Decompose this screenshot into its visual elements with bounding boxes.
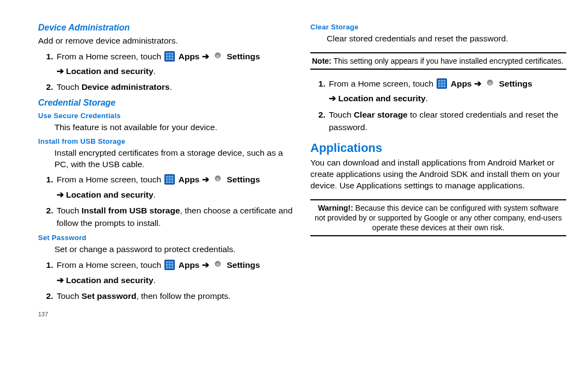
right-column: Clear Storage Clear stored credentials a… (310, 23, 566, 317)
apps-icon (164, 174, 175, 188)
device-admin-step1: From a Home screen, touch Apps ➔ Setting… (56, 50, 294, 78)
manual-page: Device Administration Add or remove devi… (0, 0, 588, 328)
setpw-body: Set or change a password to protect cred… (54, 244, 294, 255)
gear-icon (212, 51, 223, 65)
warning-box: Warning!: Because this device can be con… (310, 199, 566, 237)
clear-step2: Touch Clear storage to clear stored cred… (328, 108, 566, 134)
note-box: Note: This setting only appears if you h… (310, 52, 566, 70)
left-column: Device Administration Add or remove devi… (38, 23, 294, 317)
device-admin-step2: Touch Device administrators. (56, 81, 294, 93)
apps-icon (437, 78, 447, 92)
page-number: 137 (38, 311, 294, 317)
heading-applications: Applications (310, 141, 566, 155)
subheading-install-usb: Install from USB Storage (38, 137, 294, 145)
heading-credential-storage: Credential Storage (38, 98, 294, 108)
device-admin-intro: Add or remove device administrators. (38, 35, 294, 47)
clear-intro: Clear stored credentials and reset the p… (327, 33, 566, 45)
gear-icon (212, 174, 223, 188)
install-usb-body: Install encrypted certificates from a st… (54, 148, 294, 170)
subheading-use-secure-credentials: Use Secure Credentials (38, 112, 294, 120)
use-secure-body: This feature is not available for your d… (54, 122, 294, 133)
heading-device-administration: Device Administration (38, 23, 294, 33)
apps-icon (164, 51, 175, 65)
clear-step1: From a Home screen, touch Apps ➔ Setting… (328, 77, 566, 105)
gear-icon (212, 259, 223, 273)
setpw-step1: From a Home screen, touch Apps ➔ Setting… (56, 259, 294, 286)
install-step2: Touch Install from USB storage, then cho… (56, 204, 294, 230)
subheading-clear-storage: Clear Storage (310, 23, 566, 31)
subheading-set-password: Set Password (38, 234, 294, 242)
applications-body: You can download and install application… (310, 157, 566, 192)
gear-icon (485, 78, 495, 92)
setpw-step2: Touch Set password, then follow the prom… (56, 290, 294, 302)
apps-icon (164, 260, 175, 273)
install-step1: From a Home screen, touch Apps ➔ Setting… (56, 173, 294, 201)
